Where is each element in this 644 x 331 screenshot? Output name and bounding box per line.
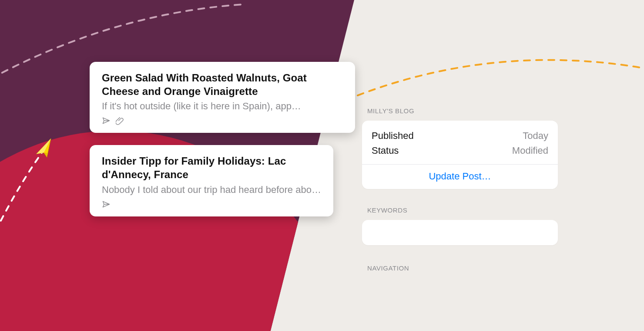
article-card-list: Green Salad With Roasted Walnuts, Goat C… [90, 62, 355, 229]
section-label-blog: MILLY'S BLOG [367, 107, 558, 115]
blog-status-card: Published Today Status Modified Update P… [362, 121, 558, 189]
post-settings-panel: MILLY'S BLOG Published Today Status Modi… [362, 107, 558, 278]
section-label-navigation: NAVIGATION [367, 264, 558, 272]
published-label: Published [372, 128, 414, 143]
article-status-icons [102, 200, 321, 209]
article-card[interactable]: Insider Tipp for Family Holidays: Lac d'… [90, 145, 333, 216]
article-preview: Nobody I told about our trip had heard b… [102, 184, 321, 196]
article-title: Green Salad With Roasted Walnuts, Goat C… [102, 71, 343, 98]
status-label: Status [372, 143, 399, 158]
update-post-button[interactable]: Update Post… [372, 165, 548, 182]
send-icon [102, 200, 111, 209]
status-value: Modified [512, 143, 548, 158]
article-title: Insider Tipp for Family Holidays: Lac d'… [102, 155, 321, 181]
keywords-input[interactable] [362, 220, 558, 245]
send-icon [102, 116, 111, 125]
promo-stage: Green Salad With Roasted Walnuts, Goat C… [0, 0, 644, 331]
attachment-icon [116, 116, 124, 125]
section-label-keywords: KEYWORDS [367, 206, 558, 214]
article-status-icons [102, 116, 343, 125]
status-row: Status Modified [372, 143, 548, 158]
article-card[interactable]: Green Salad With Roasted Walnuts, Goat C… [90, 62, 355, 133]
published-row: Published Today [372, 128, 548, 143]
article-preview: If it's hot outside (like it is here in … [102, 101, 343, 112]
paper-plane-icon [34, 138, 56, 160]
published-value: Today [523, 128, 548, 143]
